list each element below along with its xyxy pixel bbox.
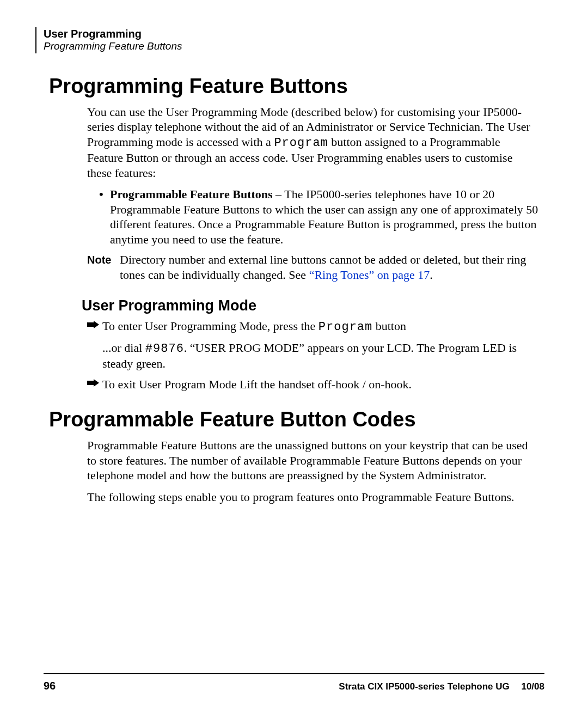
page-number: 96: [44, 680, 56, 692]
step2-text: To exit User Program Mode Lift the hands…: [102, 377, 539, 392]
s2-paragraph-1: Programmable Feature Buttons are the una…: [87, 438, 539, 483]
step1-text-2: button: [372, 319, 406, 333]
heading-programming-feature-buttons: Programming Feature Buttons: [49, 75, 544, 98]
heading-programmable-feature-button-codes: Programmable Feature Button Codes: [49, 408, 544, 431]
note-text-2: .: [430, 268, 433, 282]
page-footer: 96 Strata CIX IP5000-series Telephone UG…: [44, 673, 544, 692]
intro-paragraph: You can use the User Programming Mode (d…: [87, 105, 539, 181]
header-vertical-rule: [35, 27, 36, 53]
s2-paragraph-2: The following steps enable you to progra…: [87, 490, 539, 505]
note-label: Note: [87, 252, 120, 282]
running-header: User Programming Programming Feature But…: [44, 27, 544, 53]
note-block: Note Directory number and external line …: [87, 252, 539, 282]
s2-body: Programmable Feature Buttons are the una…: [87, 438, 539, 504]
ring-tones-link[interactable]: “Ring Tones” on page 17: [309, 268, 430, 282]
step-exit-mode: To exit User Program Mode Lift the hands…: [87, 377, 539, 392]
bullet-list: • Programmable Feature Buttons – The IP5…: [87, 187, 539, 282]
header-section: Programming Feature Buttons: [44, 40, 544, 53]
step1c-text-1: ...or dial: [102, 341, 145, 355]
arrow-icon: [87, 319, 102, 335]
svg-marker-1: [87, 379, 99, 387]
step1c-code: #9876: [145, 342, 184, 356]
step-enter-mode: To enter User Programming Mode, press th…: [87, 319, 539, 335]
heading-user-programming-mode: User Programming Mode: [82, 297, 544, 314]
document-page: User Programming Programming Feature But…: [0, 0, 588, 714]
footer-doc-title: Strata CIX IP5000-series Telephone UG 10…: [339, 681, 544, 692]
bullet-lead: Programmable Feature Buttons: [110, 187, 273, 201]
step1-code: Program: [318, 320, 372, 334]
svg-marker-0: [87, 321, 99, 328]
step1-text-1: To enter User Programming Mode, press th…: [102, 319, 318, 333]
program-code: Program: [274, 136, 328, 150]
bullet-icon: •: [99, 187, 110, 247]
arrow-icon: [87, 377, 102, 392]
step1-continuation: ...or dial #9876. “USER PROG MODE” appea…: [102, 340, 539, 371]
steps-list: To enter User Programming Mode, press th…: [87, 319, 539, 392]
header-chapter: User Programming: [44, 27, 544, 40]
bullet-programmable-feature-buttons: • Programmable Feature Buttons – The IP5…: [99, 187, 539, 247]
